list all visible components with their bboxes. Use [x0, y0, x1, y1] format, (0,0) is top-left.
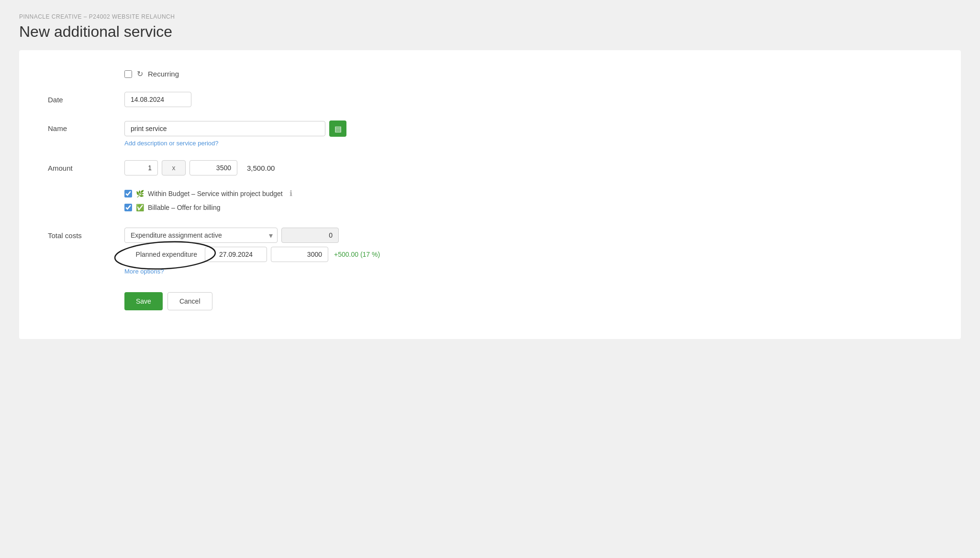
amount-price-input[interactable]: [189, 160, 237, 175]
name-label: Name: [48, 120, 124, 132]
add-description-link[interactable]: Add description or service period?: [124, 140, 932, 147]
within-budget-checkbox[interactable]: [124, 190, 132, 197]
total-costs-label: Total costs: [48, 228, 124, 240]
amount-label: Amount: [48, 160, 124, 172]
billable-text: Billable – Offer for billing: [148, 204, 220, 211]
planned-expenditure-label: Planned expenditure: [124, 251, 201, 258]
name-template-button[interactable]: ▤: [329, 120, 346, 137]
recurring-label: Recurring: [148, 70, 179, 78]
within-budget-text: Within Budget – Service within project b…: [148, 190, 283, 197]
budget-icon: 🌿: [136, 190, 144, 197]
save-button[interactable]: Save: [124, 292, 163, 310]
breadcrumb: PINNACLE CREATIVE – P24002 WEBSITE RELAU…: [19, 13, 961, 20]
info-icon: ℹ: [290, 189, 292, 198]
billable-icon: ✅: [136, 204, 144, 211]
more-options-link[interactable]: More options?: [124, 268, 932, 275]
name-input[interactable]: [124, 121, 325, 136]
date-input[interactable]: [124, 92, 191, 107]
billable-checkbox[interactable]: [124, 204, 132, 211]
amount-total: 3,500.00: [247, 164, 285, 172]
template-icon: ▤: [334, 124, 342, 133]
amount-qty-input[interactable]: [124, 160, 158, 175]
expenditure-amount-input[interactable]: [281, 228, 339, 243]
planned-amount-input[interactable]: [271, 247, 328, 262]
recurring-checkbox[interactable]: [124, 70, 132, 78]
expenditure-dropdown[interactable]: Expenditure assignment active: [124, 228, 278, 243]
cancel-button[interactable]: Cancel: [167, 292, 212, 310]
date-label: Date: [48, 92, 124, 104]
amount-multiplier: x: [162, 160, 186, 175]
page-title: New additional service: [19, 23, 961, 41]
planned-diff: +500.00 (17 %): [334, 251, 387, 258]
planned-date-input[interactable]: [205, 247, 267, 262]
recurring-icon: ↻: [137, 69, 143, 78]
